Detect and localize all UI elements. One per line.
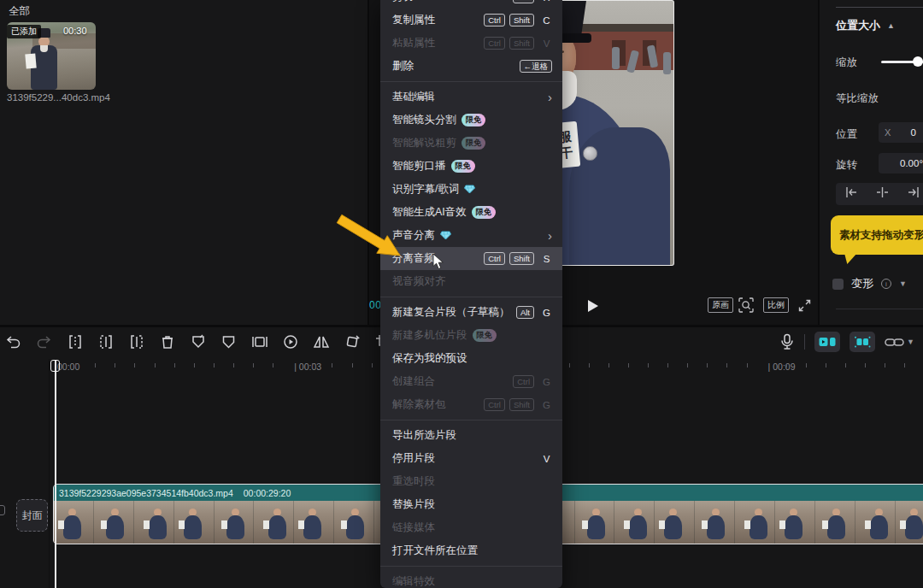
shortcut-letter: V <box>541 38 552 49</box>
ruler-tick <box>806 363 807 368</box>
ruler-tick <box>687 363 688 368</box>
menu-item-15[interactable]: 新建复合片段（子草稿）AltG <box>380 301 562 324</box>
ruler-tick <box>332 363 332 368</box>
original-quality-button[interactable]: 原画 <box>708 297 733 313</box>
freeze-frame-icon[interactable] <box>188 332 208 352</box>
transform-checkbox[interactable] <box>832 279 844 290</box>
record-voiceover-icon[interactable] <box>779 333 795 350</box>
menu-item-8[interactable]: 智能剪口播限免 <box>380 155 562 178</box>
collapse-caret-icon[interactable]: ▲ <box>887 21 895 30</box>
menu-item-label: 链接媒体 <box>392 520 435 535</box>
thumb-mic-sign <box>25 54 36 69</box>
rotation-input[interactable]: 0.00° <box>879 153 923 173</box>
delete-icon[interactable] <box>157 332 177 352</box>
speed-icon[interactable] <box>280 332 300 352</box>
menu-item-label: 视音频对齐 <box>392 274 446 289</box>
preview-zoom-icon[interactable] <box>738 297 755 313</box>
media-filter-all[interactable]: 全部 <box>9 4 30 19</box>
info-icon[interactable]: i <box>881 279 891 289</box>
menu-separator <box>380 297 562 297</box>
section-position-size[interactable]: 位置大小 ▲ <box>836 18 895 33</box>
magnetic-snap-toggle[interactable] <box>814 332 840 352</box>
menu-item-label: 编辑特效 <box>392 574 435 588</box>
menu-item-9[interactable]: 识别字幕/歌词 <box>380 178 562 201</box>
media-filename: 3139f5229...40dc3.mp4 <box>7 92 110 103</box>
playhead-handle[interactable] <box>50 360 60 372</box>
align-left-icon[interactable] <box>845 186 858 202</box>
ruler-label: 00:00 <box>57 362 79 372</box>
menu-separator <box>380 81 562 82</box>
thumb-body <box>587 515 605 539</box>
limited-free-badge: 限免 <box>462 137 485 150</box>
video-editor-window: 全部 已添加 00:30 3139f5229...40dc3.mp4 <box>0 0 923 588</box>
menu-item-17[interactable]: 保存为我的预设 <box>380 347 562 370</box>
menu-item-label: 创建组合 <box>392 374 435 389</box>
overlay-icon[interactable] <box>250 332 269 352</box>
menu-item-5[interactable]: 基础编辑› <box>380 85 562 109</box>
kbd-Ctrl: Ctrl <box>484 252 505 265</box>
undo-icon[interactable] <box>3 332 23 352</box>
expand-caret-icon[interactable]: ▼ <box>899 279 907 288</box>
ruler-tick <box>569 363 570 368</box>
menu-item-6[interactable]: 智能镜头分割限免 <box>380 109 562 132</box>
divider <box>836 7 923 8</box>
auto-snap-toggle[interactable] <box>850 332 875 352</box>
mask-icon[interactable] <box>219 332 238 352</box>
menu-item-label: 停用片段 <box>392 451 435 466</box>
menu-item-28: 编辑特效 <box>380 570 562 588</box>
ruler-tick <box>628 363 629 368</box>
thumb-sign <box>263 520 269 529</box>
shortcut-letter: G <box>541 308 552 318</box>
limited-free-badge: 限免 <box>451 160 475 173</box>
menu-item-23: 重选时段 <box>380 470 562 493</box>
uniform-scale-label: 等比缩放 <box>836 91 879 106</box>
video-medallion <box>583 146 597 161</box>
thumb-person-beard <box>40 45 48 52</box>
ratio-button[interactable]: 比例 <box>763 297 789 313</box>
media-library-panel: 全部 已添加 00:30 3139f5229...40dc3.mp4 <box>0 0 367 325</box>
shortcut-letter: X <box>541 0 552 3</box>
position-x-input[interactable]: X 0 <box>879 122 923 143</box>
ruler-tick <box>233 363 234 368</box>
divider <box>836 309 923 309</box>
split-icon[interactable] <box>65 332 85 352</box>
fullscreen-icon[interactable] <box>796 297 813 313</box>
clip-thumbnail <box>54 501 94 544</box>
position-label: 位置 <box>836 127 857 142</box>
align-center-icon[interactable] <box>876 186 889 202</box>
thumb-sign <box>221 520 227 529</box>
menu-item-0[interactable]: 剪切CtrlX <box>380 0 562 9</box>
menu-item-3[interactable]: 删除←退格 <box>380 55 562 78</box>
mirror-icon[interactable] <box>311 332 331 352</box>
clip-thumbnail <box>294 501 334 544</box>
split-delete-left-icon[interactable] <box>96 332 115 352</box>
kbd-Shift: Shift <box>509 37 534 50</box>
align-right-icon[interactable] <box>907 186 920 202</box>
cover-button[interactable]: 封面 <box>16 499 48 532</box>
ruler-tick <box>707 363 708 368</box>
ruler-tick <box>115 363 115 368</box>
menu-item-21[interactable]: 导出所选片段 <box>380 424 562 447</box>
menu-item-1[interactable]: 复制属性CtrlShiftC <box>380 9 562 32</box>
transform-label: 变形 <box>851 276 873 291</box>
menu-item-26[interactable]: 打开文件所在位置 <box>380 539 562 562</box>
panel-divider <box>818 0 820 325</box>
vip-diamond-icon <box>440 231 451 240</box>
shortcut-letter: V <box>541 454 552 464</box>
clip-thumbnail <box>334 501 374 544</box>
menu-item-22[interactable]: 停用片段V <box>380 447 562 470</box>
split-delete-right-icon[interactable] <box>126 332 146 352</box>
menu-item-label: 删除 <box>392 59 414 74</box>
redo-icon <box>34 332 54 352</box>
thumb-sign <box>341 520 347 529</box>
thumb-body <box>750 515 767 539</box>
play-icon[interactable] <box>588 300 598 312</box>
thumb-sign <box>101 520 107 529</box>
menu-item-24[interactable]: 替换片段 <box>380 493 562 516</box>
link-group-button[interactable]: ▼ <box>885 337 914 348</box>
thumb-sign <box>144 520 150 529</box>
scale-slider-knob[interactable] <box>913 56 923 67</box>
playhead-line[interactable] <box>55 360 56 588</box>
rotate-icon[interactable] <box>342 332 362 352</box>
ruler-tick <box>865 363 866 368</box>
